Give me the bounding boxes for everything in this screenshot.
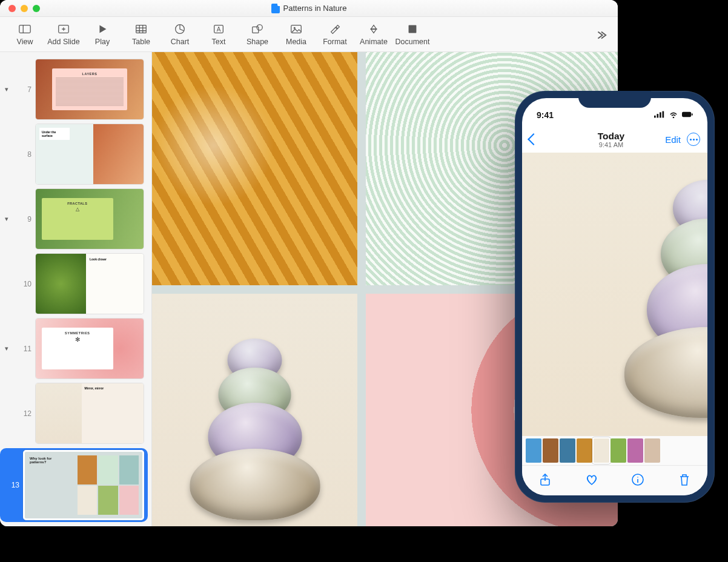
shape-button[interactable]: Shape	[239, 18, 276, 51]
share-button[interactable]	[538, 472, 552, 489]
slide-row-selected[interactable]: 13 Why look for patterns?	[0, 448, 148, 522]
document-icon	[271, 4, 280, 13]
svg-point-17	[294, 27, 296, 28]
cell-signal-icon	[654, 110, 665, 120]
status-time: 9:41	[537, 110, 554, 120]
photo-filmstrip[interactable]	[522, 436, 707, 465]
chevron-left-icon	[528, 133, 540, 145]
slide-row[interactable]: 10 Look closer	[0, 251, 148, 316]
svg-rect-22	[663, 111, 664, 118]
toolbar-more-button[interactable]	[589, 23, 613, 47]
view-icon	[18, 23, 31, 35]
favorite-button[interactable]	[584, 472, 599, 489]
svg-rect-19	[654, 116, 656, 118]
toolbar: View Add Slide Play Table Chart	[0, 17, 618, 52]
slide-navigator[interactable]: ▾ 7 LAYERS 8 Under the surface	[0, 52, 152, 526]
play-icon	[96, 23, 109, 35]
filmstrip-thumb[interactable]	[543, 438, 558, 463]
canvas-image-urchins[interactable]	[152, 294, 357, 527]
titlebar: Patterns in Nature	[0, 0, 618, 17]
svg-rect-24	[692, 113, 693, 115]
back-button[interactable]	[529, 135, 566, 144]
wifi-icon	[668, 110, 679, 120]
text-icon: A	[212, 23, 225, 35]
shape-icon	[251, 23, 264, 35]
window-title-text: Patterns in Nature	[283, 4, 347, 13]
animate-icon	[367, 23, 380, 35]
svg-rect-0	[19, 25, 30, 33]
text-button[interactable]: A Text	[200, 18, 237, 51]
filmstrip-thumb[interactable]	[627, 438, 643, 463]
slide-thumbnail[interactable]: LAYERS	[35, 59, 144, 120]
slide-row[interactable]: 8 Under the surface	[0, 122, 148, 187]
disclosure-icon[interactable]: ▾	[5, 345, 13, 352]
photos-toolbar	[522, 465, 707, 495]
svg-text:A: A	[217, 25, 221, 32]
iphone-screen: 9:41 Today 9:41 AM Edit	[522, 98, 707, 495]
slide-row[interactable]: ▾ 11 SYMMETRIES✻	[0, 316, 148, 381]
document-button[interactable]: Document	[394, 18, 431, 51]
chart-icon	[173, 23, 187, 35]
filmstrip-thumb[interactable]	[611, 438, 626, 463]
svg-point-15	[257, 24, 262, 30]
format-icon	[328, 23, 342, 35]
photos-nav-bar: Today 9:41 AM Edit	[522, 126, 707, 153]
photo-content	[624, 180, 708, 418]
document-settings-icon	[406, 23, 419, 35]
nav-title: Today 9:41 AM	[566, 131, 657, 148]
slide-row[interactable]: ▾ 7 LAYERS	[0, 57, 148, 122]
animate-button[interactable]: Animate	[355, 18, 392, 51]
slide-row[interactable]: ▾ 9 FRACTALS△	[0, 187, 148, 251]
photo-viewer[interactable]	[522, 153, 707, 436]
slide-thumbnail[interactable]: FRACTALS△	[35, 188, 144, 250]
svg-rect-14	[253, 27, 259, 33]
media-icon	[290, 23, 303, 35]
info-button[interactable]	[630, 472, 645, 489]
svg-rect-21	[660, 112, 661, 117]
add-slide-button[interactable]: Add Slide	[45, 18, 82, 51]
disclosure-icon[interactable]: ▾	[5, 85, 13, 93]
urchin-stack-icon	[190, 339, 320, 520]
format-button[interactable]: Format	[316, 18, 354, 51]
filmstrip-thumb[interactable]	[577, 438, 592, 463]
edit-button[interactable]: Edit	[665, 134, 681, 145]
battery-icon	[682, 110, 693, 120]
svg-rect-18	[409, 25, 417, 33]
svg-point-28	[637, 477, 638, 478]
filmstrip-thumb[interactable]	[644, 438, 660, 463]
chart-button[interactable]: Chart	[161, 18, 199, 51]
iphone-device: 9:41 Today 9:41 AM Edit	[515, 91, 715, 503]
notch	[578, 91, 651, 108]
filmstrip-thumb[interactable]	[526, 438, 541, 463]
window-title: Patterns in Nature	[0, 4, 618, 13]
more-button[interactable]	[687, 133, 700, 146]
table-button[interactable]: Table	[122, 18, 160, 51]
play-button[interactable]: Play	[84, 18, 121, 51]
canvas-image-honeycomb[interactable]	[152, 52, 357, 285]
slide-row[interactable]: 12 Mirror, mirror	[0, 381, 148, 446]
filmstrip-thumb-selected[interactable]	[594, 438, 609, 463]
plus-slide-icon	[57, 23, 70, 35]
svg-rect-23	[682, 112, 691, 117]
disclosure-icon[interactable]: ▾	[5, 215, 13, 223]
view-button[interactable]: View	[6, 18, 44, 51]
slide-thumbnail[interactable]: Mirror, mirror	[35, 383, 144, 444]
slide-thumbnail[interactable]: Under the surface	[35, 124, 144, 185]
delete-button[interactable]	[677, 472, 692, 489]
slide-thumbnail[interactable]: SYMMETRIES✻	[35, 318, 144, 379]
slide-thumbnail[interactable]: Why look for patterns?	[23, 450, 144, 520]
media-button[interactable]: Media	[277, 18, 315, 51]
svg-rect-20	[657, 114, 659, 117]
svg-rect-6	[136, 25, 147, 33]
filmstrip-thumb[interactable]	[560, 438, 575, 463]
table-icon	[134, 23, 148, 35]
svg-marker-5	[99, 25, 106, 33]
slide-thumbnail[interactable]: Look closer	[35, 253, 144, 314]
